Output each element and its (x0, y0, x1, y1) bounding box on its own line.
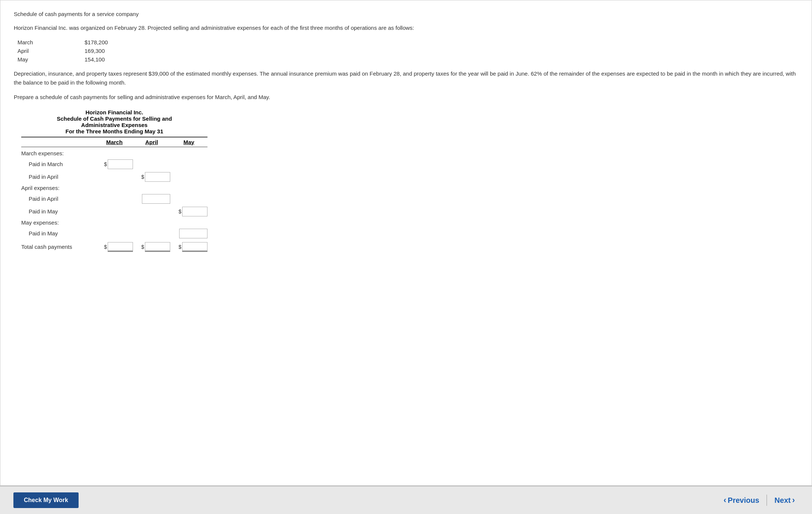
input-april-paid-in-april-from-march[interactable] (145, 172, 170, 182)
april-expenses-label: April expenses: (21, 185, 96, 191)
april-paid-in-may-row: Paid in May $ (21, 207, 207, 216)
paid-in-april-from-march-label: Paid in April (21, 174, 96, 180)
chevron-left-icon: ‹ (724, 495, 726, 505)
grid-body: March expenses: Paid in March $ (21, 147, 207, 252)
total-row: Total cash payments $ $ $ (21, 242, 207, 252)
input-total-march[interactable] (108, 242, 133, 252)
april-paid-in-april-row: Paid in April (21, 194, 207, 204)
march-paid-in-march-row: Paid in March $ (21, 159, 207, 169)
amount-march: $178,200 (85, 39, 108, 45)
april-col-paid-in-april-march: $ (133, 172, 170, 182)
list-item: April 169,300 (18, 48, 798, 54)
input-march-paid-in-march[interactable] (108, 159, 133, 169)
may-expenses-label: May expenses: (21, 219, 96, 226)
month-label-april: April (18, 48, 62, 54)
total-april-cell: $ (133, 242, 170, 252)
footer-bar: Check My Work ‹ Previous Next › (0, 486, 812, 514)
section-row-april: April expenses: (21, 185, 207, 191)
input-total-april[interactable] (145, 242, 170, 252)
total-march-cell: $ (96, 242, 133, 252)
company-name: Horizon Financial Inc. (21, 109, 207, 115)
march-col-paid-in-march: $ (96, 159, 133, 169)
col-header-april: April (133, 139, 170, 145)
paid-in-may-may-label: Paid in May (21, 230, 96, 237)
note-text: Depreciation, insurance, and property ta… (14, 69, 798, 87)
total-label: Total cash payments (21, 244, 96, 250)
amount-april: 169,300 (85, 48, 105, 54)
check-my-work-button[interactable]: Check My Work (13, 492, 79, 508)
column-headers: March April May (21, 137, 207, 147)
section-row-may: May expenses: (21, 219, 207, 226)
main-content: Schedule of cash payments for a service … (0, 0, 812, 486)
march-paid-in-april-row: Paid in April $ (21, 172, 207, 182)
description: Horizon Financial Inc. was organized on … (14, 24, 798, 32)
period-title: For the Three Months Ending May 31 (21, 128, 207, 134)
may-col-paid-in-may-may (170, 229, 207, 238)
chevron-right-icon: › (792, 495, 795, 505)
previous-button[interactable]: ‹ Previous (720, 493, 763, 507)
list-item: May 154,100 (18, 56, 798, 63)
section-row-march: March expenses: (21, 150, 207, 156)
nav-divider (767, 495, 767, 506)
total-may-cell: $ (170, 242, 207, 252)
paid-in-may-from-april-label: Paid in May (21, 208, 96, 215)
list-item: March $178,200 (18, 39, 798, 45)
paid-in-april-april-label: Paid in April (21, 196, 96, 202)
col-header-march: March (96, 139, 133, 145)
input-april-paid-in-april-from-april[interactable] (142, 194, 170, 204)
may-paid-in-may-row: Paid in May (21, 229, 207, 238)
march-expenses-label: March expenses: (21, 150, 96, 156)
input-may-paid-in-may-from-may[interactable] (179, 229, 207, 238)
previous-label: Previous (728, 496, 759, 505)
month-label-march: March (18, 39, 62, 45)
schedule-title-line2: Administrative Expenses (21, 122, 207, 128)
schedule-header: Horizon Financial Inc. Schedule of Cash … (21, 109, 207, 134)
schedule-title-line1: Schedule of Cash Payments for Selling an… (21, 115, 207, 122)
input-may-paid-in-may-from-april[interactable] (182, 207, 207, 216)
april-col-paid-in-april-april (133, 194, 170, 204)
expense-table: March $178,200 April 169,300 May 154,100 (18, 39, 798, 63)
input-total-may[interactable] (182, 242, 207, 252)
schedule-container: Horizon Financial Inc. Schedule of Cash … (21, 109, 798, 252)
next-label: Next (774, 496, 790, 505)
nav-buttons: ‹ Previous Next › (720, 493, 799, 507)
may-col-paid-in-may-april: $ (170, 207, 207, 216)
page-title: Schedule of cash payments for a service … (14, 11, 798, 17)
col-header-may: May (170, 139, 207, 145)
amount-may: 154,100 (85, 56, 105, 63)
paid-in-march-label: Paid in March (21, 161, 96, 167)
month-label-may: May (18, 56, 62, 63)
schedule-grid: March April May March expenses: Paid in … (21, 137, 207, 252)
prepare-text: Prepare a schedule of cash payments for … (14, 94, 798, 100)
next-button[interactable]: Next › (771, 493, 799, 507)
